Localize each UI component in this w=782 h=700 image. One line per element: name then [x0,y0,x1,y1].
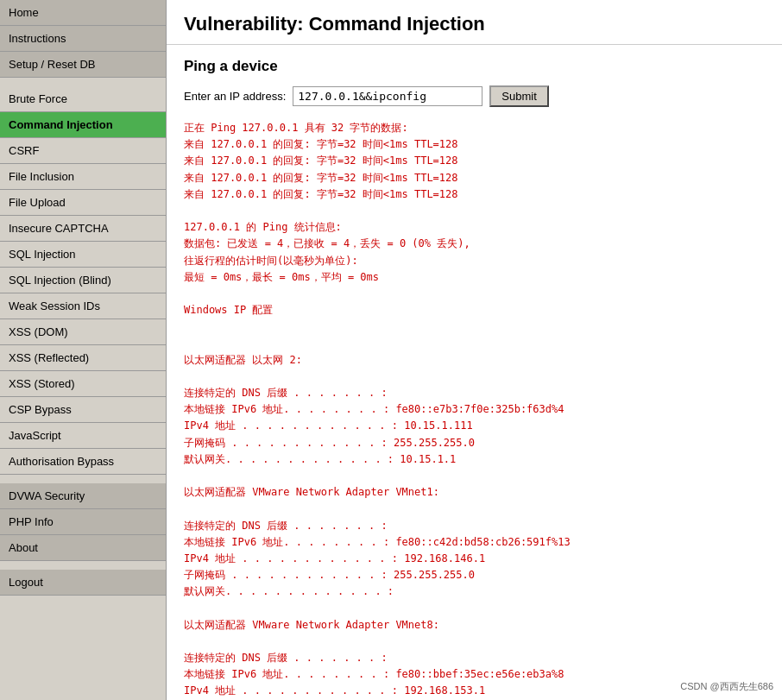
ip-input[interactable] [293,86,482,106]
sidebar-item-xss-reflected[interactable]: XSS (Reflected) [0,345,166,371]
sidebar-item-file-inclusion[interactable]: File Inclusion [0,164,166,190]
output-line [184,286,765,302]
output-line: 默认网关. . . . . . . . . . . . . : [184,583,765,600]
sidebar-item-brute-force[interactable]: Brute Force [0,86,166,112]
sidebar-item-command-injection[interactable]: Command Injection [0,112,166,138]
sidebar-item-javascript[interactable]: JavaScript [0,423,166,449]
output-line: 127.0.0.1 的 Ping 统计信息: [184,219,765,236]
output-line [184,501,765,517]
output-line: 子网掩码 . . . . . . . . . . . . : 255.255.2… [184,435,765,451]
output-line: 本地链接 IPv6 地址. . . . . . . . : fe80::e7b3… [184,401,765,418]
page-title: Vulnerability: Command Injection [167,0,782,45]
submit-button[interactable]: Submit [489,85,548,107]
output-line: 以太网适配器 以太网 2: [184,352,765,369]
ip-label: Enter an IP address: [184,90,286,103]
sidebar-item-php-info[interactable]: PHP Info [0,509,166,535]
sidebar-item-weak-session[interactable]: Weak Session IDs [0,293,166,319]
sidebar: Home Instructions Setup / Reset DB Brute… [0,0,167,700]
output-line: 连接特定的 DNS 后缀 . . . . . . . : [184,385,765,401]
output-line: 数据包: 已发送 = 4，已接收 = 4，丢失 = 0 (0% 丢失), [184,236,765,252]
sidebar-item-xss-stored[interactable]: XSS (Stored) [0,371,166,397]
sidebar-item-dvwa-security[interactable]: DVWA Security [0,483,166,509]
section-title: Ping a device [184,58,765,75]
output-line: 子网掩码 . . . . . . . . . . . . : 255.255.2… [184,567,765,583]
output-line: 本地链接 IPv6 地址. . . . . . . . : fe80::c42d… [184,534,765,551]
output-line [184,335,765,351]
sidebar-item-file-upload[interactable]: File Upload [0,190,166,216]
output-line: 往返行程的估计时间(以毫秒为单位): [184,253,765,269]
sidebar-item-csp-bypass[interactable]: CSP Bypass [0,397,166,423]
sidebar-item-xss-dom[interactable]: XSS (DOM) [0,319,166,345]
output-line: IPv4 地址 . . . . . . . . . . . . : 192.16… [184,683,765,699]
output-line: Windows IP 配置 [184,302,765,318]
output-line: 本地链接 IPv6 地址. . . . . . . . : fe80::bbef… [184,666,765,683]
output-line [184,318,765,335]
logout-button[interactable]: Logout [0,570,166,596]
output-line: 来自 127.0.0.1 的回复: 字节=32 时间<1ms TTL=128 [184,153,765,169]
sidebar-item-auth-bypass[interactable]: Authorisation Bypass [0,449,166,475]
sidebar-item-insecure-captcha[interactable]: Insecure CAPTCHA [0,216,166,242]
sidebar-item-instructions[interactable]: Instructions [0,26,166,52]
output-line: 来自 127.0.0.1 的回复: 字节=32 时间<1ms TTL=128 [184,186,765,203]
sidebar-item-csrf[interactable]: CSRF [0,138,166,164]
output-line: 默认网关. . . . . . . . . . . . . : 10.15.1.… [184,451,765,468]
output-line: IPv4 地址 . . . . . . . . . . . . : 192.16… [184,551,765,567]
output-line: 连接特定的 DNS 后缀 . . . . . . . : [184,650,765,666]
output-line: 来自 127.0.0.1 的回复: 字节=32 时间<1ms TTL=128 [184,170,765,186]
main-content: Vulnerability: Command Injection Ping a … [167,0,782,700]
sidebar-item-home[interactable]: Home [0,0,166,26]
sidebar-item-setup[interactable]: Setup / Reset DB [0,52,166,78]
output-line: IPv4 地址 . . . . . . . . . . . . : 10.15.… [184,418,765,434]
ping-form: Enter an IP address: Submit [184,85,765,107]
output-line: 正在 Ping 127.0.0.1 具有 32 字节的数据: [184,120,765,136]
output-line: 最短 = 0ms，最长 = 0ms，平均 = 0ms [184,269,765,286]
content-area: Ping a device Enter an IP address: Submi… [167,45,782,700]
watermark: CSDN @西西先生686 [680,680,773,693]
sidebar-item-sql-injection-blind[interactable]: SQL Injection (Blind) [0,268,166,293]
output-line [184,600,765,616]
output-line: 以太网适配器 VMware Network Adapter VMnet1: [184,484,765,501]
sidebar-item-about[interactable]: About [0,535,166,561]
output-line [184,203,765,219]
output-line: 来自 127.0.0.1 的回复: 字节=32 时间<1ms TTL=128 [184,136,765,153]
output-line [184,369,765,385]
output-line [184,634,765,650]
output-area: 正在 Ping 127.0.0.1 具有 32 字节的数据:来自 127.0.0… [184,120,765,700]
sidebar-item-sql-injection[interactable]: SQL Injection [0,242,166,268]
output-line [184,468,765,484]
output-line: 以太网适配器 VMware Network Adapter VMnet8: [184,617,765,634]
output-line: 连接特定的 DNS 后缀 . . . . . . . : [184,518,765,534]
